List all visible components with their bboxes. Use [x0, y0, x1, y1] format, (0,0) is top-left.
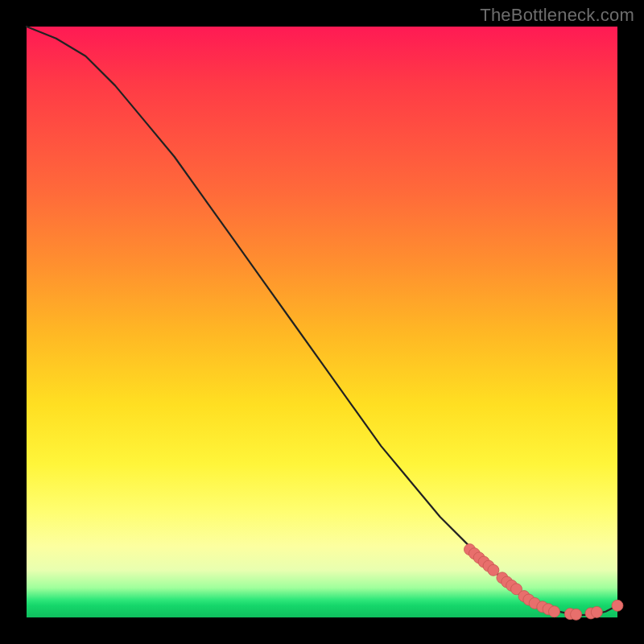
chart-stage: TheBottleneck.com — [0, 0, 644, 644]
watermark-label: TheBottleneck.com — [480, 5, 634, 26]
chart-plot-area — [27, 27, 617, 617]
